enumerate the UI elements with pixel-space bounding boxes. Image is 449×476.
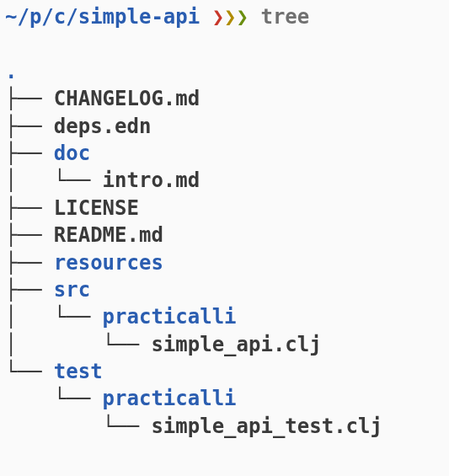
file-name: intro.md — [103, 168, 200, 192]
tree-branch: └── — [5, 414, 151, 438]
tree-line: ├── resources — [5, 249, 444, 276]
prompt-line[interactable]: ~/p/c/simple-api ❯❯❯ tree — [5, 3, 444, 30]
chevron-icon: ❯ — [224, 5, 236, 29]
tree-line: ├── CHANGELOG.md — [5, 85, 444, 112]
tree-branch: │ └── — [5, 305, 103, 329]
tree-line: └── simple_api_test.clj — [5, 413, 444, 440]
file-name: LICENSE — [54, 196, 139, 220]
tree-line: │ └── simple_api.clj — [5, 331, 444, 358]
directory-name: src — [54, 278, 90, 302]
chevron-icon: ❯ — [212, 5, 224, 29]
file-name: simple_api_test.clj — [151, 414, 382, 438]
prompt-path: ~/p/c/simple-api — [5, 5, 212, 29]
tree-branch: ├── — [5, 142, 54, 165]
tree-output: . ├── CHANGELOG.md├── deps.edn├── doc│ └… — [5, 30, 444, 467]
tree-branch: ├── — [5, 196, 54, 220]
tree-branch: ├── — [5, 251, 54, 275]
tree-line: │ └── practicalli — [5, 303, 444, 330]
tree-branch: ├── — [5, 278, 54, 302]
tree-line: ├── src — [5, 276, 444, 303]
file-name: simple_api.clj — [151, 333, 321, 356]
tree-lines: ├── CHANGELOG.md├── deps.edn├── doc│ └──… — [5, 85, 444, 440]
file-name: deps.edn — [54, 115, 152, 138]
tree-line: └── practicalli — [5, 385, 444, 412]
tree-branch: ├── — [5, 223, 54, 247]
tree-line: ├── deps.edn — [5, 113, 444, 140]
file-name: README.md — [54, 223, 163, 247]
tree-line: ├── README.md — [5, 222, 444, 249]
tree-branch: │ └── — [5, 168, 103, 192]
directory-name: practicalli — [103, 387, 237, 410]
directory-name: doc — [54, 142, 90, 165]
chevron-icon: ❯ — [237, 5, 249, 29]
tree-branch: ├── — [5, 115, 54, 138]
command-text: tree — [249, 5, 309, 29]
directory-name: resources — [54, 251, 163, 275]
file-name: CHANGELOG.md — [54, 87, 200, 110]
tree-branch: └── — [5, 387, 103, 410]
tree-line: └── test — [5, 358, 444, 385]
tree-root-dot: . — [5, 60, 17, 83]
directory-name: test — [54, 360, 103, 383]
tree-line: ├── doc — [5, 140, 444, 167]
tree-line: ├── LICENSE — [5, 195, 444, 222]
tree-line: │ └── intro.md — [5, 167, 444, 194]
directory-name: practicalli — [103, 305, 237, 329]
tree-branch: └── — [5, 360, 54, 383]
tree-branch: ├── — [5, 87, 54, 110]
tree-branch: │ └── — [5, 333, 151, 356]
prompt-chevrons: ❯❯❯ — [212, 5, 249, 29]
